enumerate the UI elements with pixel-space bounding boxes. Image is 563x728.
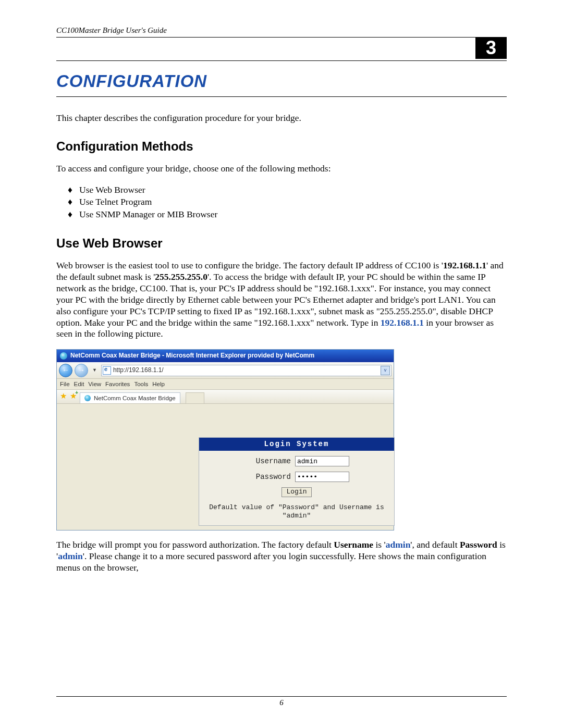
new-tab-button[interactable] — [186, 392, 204, 403]
login-title: Login System — [199, 438, 394, 451]
chevron-down-icon[interactable]: ▼ — [90, 367, 99, 373]
title-underline — [56, 96, 507, 97]
username-label: Username — [244, 457, 291, 466]
running-header: CC100Master Bridge User's Guide — [56, 26, 507, 35]
chapter-title: CONFIGURATION — [56, 71, 507, 91]
menu-favorites[interactable]: Favorites — [105, 380, 130, 388]
list-item: Use Telnet Program — [68, 196, 507, 208]
arrow-left-icon: ← — [62, 366, 69, 375]
back-button[interactable]: ← — [59, 364, 72, 377]
address-dropdown[interactable]: v — [381, 366, 390, 375]
methods-list: Use Web Browser Use Telnet Program Use S… — [56, 184, 507, 221]
text: The bridge will prompt you for password … — [56, 539, 334, 550]
default-password: admin — [58, 551, 83, 561]
login-form: Login System Username Password Login Def… — [199, 437, 395, 526]
section-heading-methods: Configuration Methods — [56, 139, 507, 154]
page-number: 6 — [0, 698, 563, 707]
favorites-icon[interactable]: ★ — [60, 391, 67, 401]
menu-tools[interactable]: Tools — [134, 380, 148, 388]
text-bold: Password — [460, 539, 497, 550]
menu-file[interactable]: File — [60, 380, 70, 388]
text: is ' — [373, 539, 386, 550]
forward-button[interactable]: → — [75, 364, 88, 377]
ip-link: 192.168.1.1 — [381, 317, 424, 328]
login-hint: Default value of "Password" and Username… — [199, 502, 394, 526]
menu-view[interactable]: View — [88, 380, 101, 388]
ie-favorites-bar: ★ ★ NetComm Coax Master Bridge — [57, 390, 394, 404]
page-content: Login System Username Password Login Def… — [57, 404, 394, 530]
document-page: CC100Master Bridge User's Guide 3 CONFIG… — [0, 0, 563, 728]
ie-toolbar: ← → ▼ http://192.168.1.1/ v — [57, 362, 394, 379]
ie-menubar: File Edit View Favorites Tools Help — [57, 379, 394, 390]
web-paragraph: Web browser is the easiest tool to use t… — [56, 260, 507, 340]
footer-rule — [56, 696, 507, 697]
address-url: http://192.168.1.1/ — [113, 366, 378, 374]
default-mask: 255.255.255.0 — [155, 272, 207, 282]
tab-icon — [84, 395, 91, 401]
text: '. Please change it to a more secured pa… — [56, 551, 486, 573]
list-item: Use SNMP Manager or MIB Browser — [68, 208, 507, 221]
ie-window: NetComm Coax Master Bridge - Microsoft I… — [56, 349, 394, 530]
arrow-right-icon: → — [78, 366, 85, 375]
chapter-number-badge: 3 — [475, 37, 507, 59]
ie-titlebar: NetComm Coax Master Bridge - Microsoft I… — [57, 350, 394, 362]
list-item: Use Web Browser — [68, 184, 507, 196]
window-title: NetComm Coax Master Bridge - Microsoft I… — [70, 352, 314, 360]
header-rule-2 — [56, 60, 507, 61]
text: Web browser is the easiest tool to use t… — [56, 260, 443, 270]
text-bold: Username — [334, 539, 373, 550]
menu-edit[interactable]: Edit — [74, 380, 84, 388]
address-bar[interactable]: http://192.168.1.1/ v — [101, 365, 391, 376]
default-username: admin — [386, 539, 411, 550]
menu-help[interactable]: Help — [152, 380, 165, 388]
tab-label: NetComm Coax Master Bridge — [94, 394, 176, 402]
password-input[interactable] — [295, 472, 349, 482]
methods-lead: To access and configure your bridge, cho… — [56, 163, 507, 175]
add-favorites-icon[interactable]: ★ — [70, 391, 77, 401]
login-button[interactable]: Login — [282, 487, 311, 497]
after-screenshot-paragraph: The bridge will prompt you for password … — [56, 539, 507, 574]
page-icon — [103, 366, 111, 375]
ie-icon — [60, 352, 67, 360]
default-ip: 192.168.1.1 — [443, 260, 486, 270]
section-heading-web: Use Web Browser — [56, 236, 507, 251]
text: ', and default — [410, 539, 460, 550]
password-label: Password — [244, 473, 291, 482]
intro-paragraph: This chapter describes the configuration… — [56, 113, 507, 124]
username-input[interactable] — [295, 456, 349, 466]
browser-tab[interactable]: NetComm Coax Master Bridge — [80, 392, 180, 403]
